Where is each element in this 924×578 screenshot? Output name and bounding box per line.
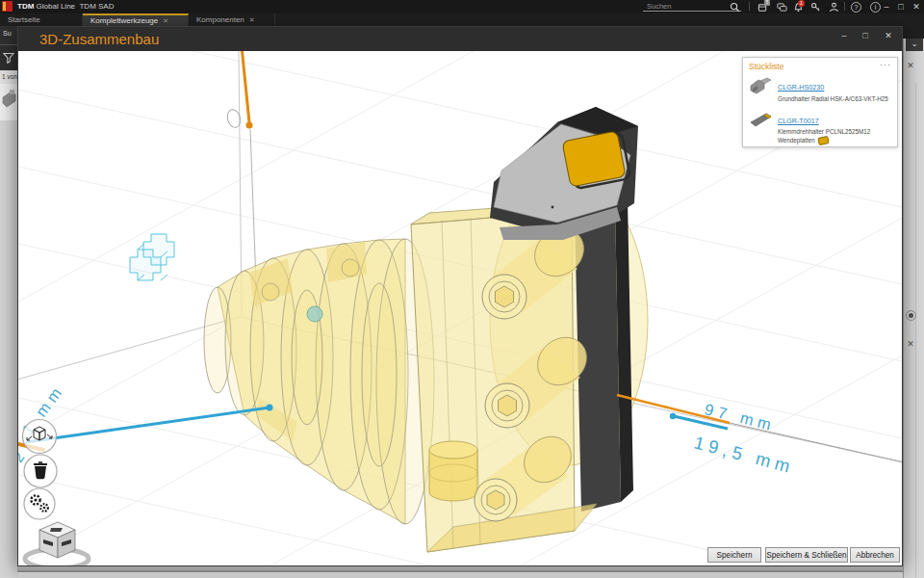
collapse-chevron-icon[interactable]: ⌄ [906, 39, 923, 51]
background-right-panel [903, 26, 924, 578]
product-name: TDM SAD [79, 2, 114, 11]
item-description: Grundhalter Radial HSK-A/C63-VKT-H25 [778, 95, 891, 102]
brand-rest: Global Line [34, 2, 75, 11]
save-button[interactable]: Speichern [707, 547, 761, 563]
bom-panel: Stückliste ··· CLGR-HS0230 Grundhalter R… [742, 57, 898, 147]
settings-button[interactable] [24, 488, 55, 519]
chat-icon[interactable] [776, 1, 788, 13]
item-link[interactable]: CLGR-T0017 [778, 117, 819, 125]
tab-komponenten[interactable]: Komponenten ✕ [189, 13, 275, 26]
dim-label-19-5mm: 19,5 mm [692, 433, 797, 478]
filter-funnel-icon[interactable] [0, 45, 17, 70]
tab-close-icon[interactable]: ✕ [249, 16, 255, 24]
dialog-minimize-button[interactable]: – [836, 29, 852, 42]
tab-close-icon[interactable]: ✕ [163, 17, 168, 25]
tab-label: Komponenten [196, 15, 244, 24]
snap-point-marker[interactable] [130, 234, 174, 280]
separator [844, 2, 845, 11]
item-extra: Wendeplatten [778, 137, 891, 144]
bell-badge: 1 [798, 0, 805, 7]
background-search-input[interactable]: Su [0, 26, 17, 45]
viewport-3d[interactable]: 97 mm 19,5 mm 1 mm 2 [18, 51, 902, 565]
view-cube[interactable] [25, 522, 89, 565]
tab-label: Startseite [8, 15, 40, 24]
result-count: 1 von [0, 70, 17, 84]
window-maximize-button[interactable]: □ [894, 1, 908, 13]
window-minimize-button[interactable]: – [880, 1, 893, 13]
background-table-row [17, 572, 903, 578]
background-list-strip [0, 120, 18, 578]
tab-komplettwerkzeuge[interactable]: Komplettwerkzeuge ✕ [83, 13, 189, 26]
app-title: TDM Global Line TDM SAD [17, 2, 114, 11]
panel-divider [915, 83, 916, 578]
list-item[interactable]: CLGR-HS0230 Grundhalter Radial HSK-A/C63… [749, 76, 891, 102]
window-close-button[interactable]: ✕ [910, 1, 923, 13]
holder-thumbnail [749, 77, 774, 100]
brand-bold: TDM [17, 2, 34, 11]
insert-icon [817, 136, 829, 145]
viewport-tools [23, 420, 58, 520]
axis-line [242, 51, 249, 122]
user-icon[interactable] [828, 1, 840, 13]
item-description: Klemmdrehhalter PCLNL2525M12 [778, 128, 891, 135]
help-icon[interactable]: ? [851, 2, 861, 13]
list-item[interactable]: CLGR-T0017 Klemmdrehhalter PCLNL2525M12 … [749, 110, 891, 144]
axis-handle[interactable] [246, 122, 253, 129]
apps-badge: 5 [764, 0, 770, 6]
dialog-close-button[interactable]: ✕ [881, 29, 896, 42]
background-list-thumbnail [0, 84, 17, 120]
global-search-input[interactable]: Suchen [647, 2, 671, 11]
tabbar: Startseite Komplettwerkzeuge ✕ Komponent… [0, 13, 924, 26]
background-right-top [903, 26, 924, 39]
dialog-maximize-button[interactable]: □ [858, 29, 873, 42]
item-extra-label: Wendeplatten [778, 137, 815, 144]
item-link[interactable]: CLGR-HS0230 [778, 83, 824, 92]
search-icon[interactable] [729, 1, 741, 13]
panel-close-icon[interactable]: ✕ [904, 339, 917, 349]
tab-label: Komplettwerkzeuge [90, 16, 158, 25]
dim-label-97mm: 97 mm [703, 400, 778, 434]
bom-title: Stückliste [749, 62, 891, 71]
cancel-button[interactable]: Abbrechen [850, 547, 900, 563]
holder-shank-3d[interactable] [204, 239, 434, 524]
app-window: TDM Global Line TDM SAD Suchen 5 1 ? i –… [0, 0, 924, 578]
dialog-title: 3D-Zusammenbau [39, 31, 159, 47]
insert-wendeplatte[interactable] [562, 131, 626, 187]
tdm-logo-icon [2, 1, 13, 12]
assembly-dialog: 3D-Zusammenbau – □ ✕ [17, 26, 903, 566]
reference-point[interactable] [307, 306, 322, 322]
bom-menu-button[interactable]: ··· [880, 60, 891, 69]
key-icon[interactable] [809, 1, 822, 13]
separator [749, 2, 750, 11]
dialog-header: 3D-Zusammenbau – □ ✕ [18, 27, 902, 51]
save-and-close-button[interactable]: Speichern & Schließen [765, 547, 848, 563]
toolholder-thumbnail [749, 111, 774, 132]
panel-pin-icon[interactable] [906, 310, 916, 321]
panel-close-icon[interactable]: ✕ [904, 61, 917, 70]
tool-head-3d[interactable] [490, 107, 638, 240]
titlebar: TDM Global Line TDM SAD Suchen 5 1 ? i –… [0, 0, 924, 13]
tab-startseite[interactable]: Startseite [0, 13, 83, 26]
search-underline [643, 11, 741, 12]
